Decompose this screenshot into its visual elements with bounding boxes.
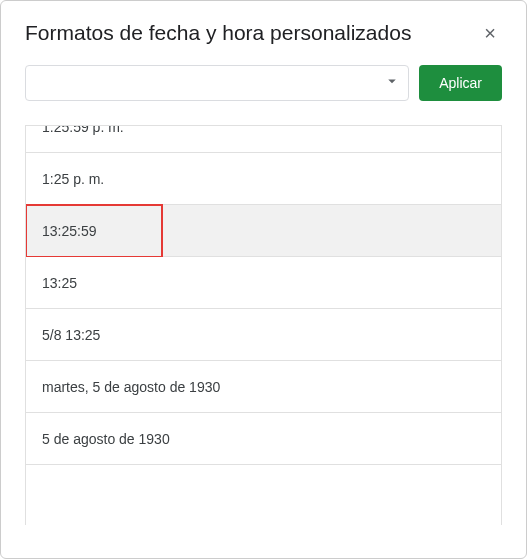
list-item-label: 1:25 p. m. (42, 171, 104, 187)
list-item-label: 13:25 (42, 275, 77, 291)
close-button[interactable]: × (478, 21, 502, 45)
list-item[interactable]: martes, 5 de agosto de 1930 (26, 361, 501, 413)
custom-datetime-dialog: Formatos de fecha y hora personalizados … (0, 0, 527, 559)
list-item[interactable]: 13:25 (26, 257, 501, 309)
dialog-title: Formatos de fecha y hora personalizados (25, 21, 411, 45)
format-list[interactable]: 1:25:59 p. m.1:25 p. m.13:25:5913:255/8 … (25, 125, 502, 525)
format-select-wrap (25, 65, 409, 101)
dialog-header: Formatos de fecha y hora personalizados … (25, 21, 502, 45)
list-item[interactable]: 1:25 p. m. (26, 153, 501, 205)
list-item-label: 1:25:59 p. m. (42, 125, 124, 135)
control-row: Aplicar (25, 65, 502, 101)
close-icon: × (484, 22, 496, 45)
list-item-label: 13:25:59 (42, 223, 97, 239)
list-item[interactable]: 1:25:59 p. m. (26, 125, 501, 153)
list-item-label: 5/8 13:25 (42, 327, 100, 343)
list-item[interactable]: 13:25:59 (26, 205, 501, 257)
apply-button[interactable]: Aplicar (419, 65, 502, 101)
format-input[interactable] (25, 65, 409, 101)
list-item[interactable]: 5 de agosto de 1930 (26, 413, 501, 465)
list-filler (26, 465, 501, 525)
list-item[interactable]: 5/8 13:25 (26, 309, 501, 361)
list-item-label: martes, 5 de agosto de 1930 (42, 379, 220, 395)
list-item-label: 5 de agosto de 1930 (42, 431, 170, 447)
